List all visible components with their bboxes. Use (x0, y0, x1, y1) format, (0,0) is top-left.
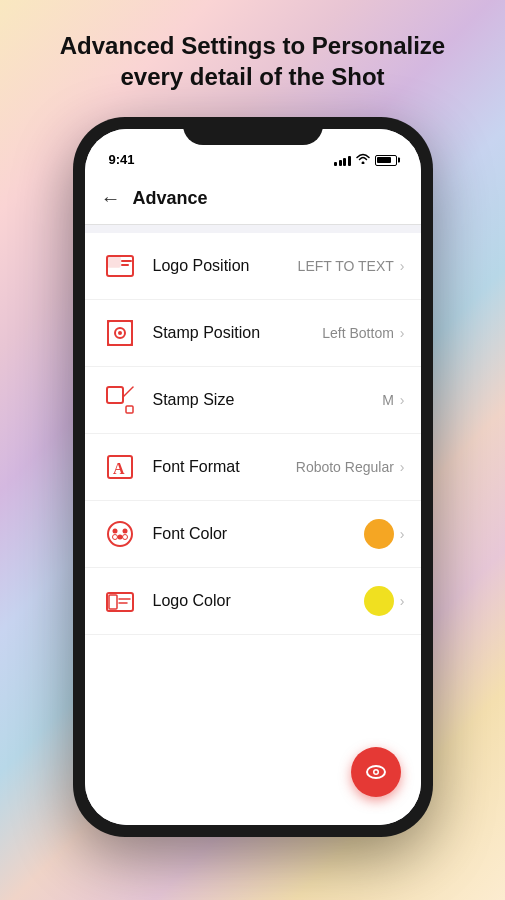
notch (183, 117, 323, 145)
svg-text:A: A (113, 460, 125, 477)
svg-point-32 (374, 771, 377, 774)
nav-title: Advance (133, 188, 208, 209)
stamp-position-value: Left Bottom (322, 325, 394, 341)
status-icons (334, 153, 397, 167)
svg-rect-15 (107, 387, 123, 403)
settings-list: Logo Position LEFT TO TEXT › (85, 233, 421, 825)
svg-point-20 (108, 522, 132, 546)
stamp-size-chevron: › (400, 392, 405, 408)
font-format-icon: A (101, 448, 139, 486)
font-format-value: Roboto Regular (296, 459, 394, 475)
svg-rect-16 (126, 406, 133, 413)
logo-color-row[interactable]: Logo Color › (85, 568, 421, 635)
stamp-size-icon (101, 381, 139, 419)
stamp-size-label: Stamp Size (153, 391, 383, 409)
svg-rect-1 (108, 257, 120, 267)
stamp-position-row[interactable]: Stamp Position Left Bottom › (85, 300, 421, 367)
logo-position-value: LEFT TO TEXT (298, 258, 394, 274)
font-color-chevron: › (400, 526, 405, 542)
font-format-label: Font Format (153, 458, 296, 476)
fab-button[interactable] (351, 747, 401, 797)
svg-point-23 (117, 535, 122, 540)
status-time: 9:41 (109, 152, 135, 167)
stamp-position-icon (101, 314, 139, 352)
signal-icon (334, 154, 351, 166)
logo-color-chevron: › (400, 593, 405, 609)
font-color-icon (101, 515, 139, 553)
nav-bar: ← Advance (85, 173, 421, 225)
stamp-position-label: Stamp Position (153, 324, 323, 342)
phone-frame: 9:41 (73, 117, 433, 837)
svg-point-25 (122, 535, 127, 540)
eye-icon (364, 760, 388, 784)
logo-color-dot (364, 586, 394, 616)
logo-position-row[interactable]: Logo Position LEFT TO TEXT › (85, 233, 421, 300)
logo-position-chevron: › (400, 258, 405, 274)
svg-line-17 (123, 387, 133, 397)
wifi-icon (356, 153, 370, 167)
font-color-dot (364, 519, 394, 549)
svg-point-6 (118, 331, 122, 335)
svg-rect-27 (109, 595, 117, 609)
phone-screen: 9:41 (85, 129, 421, 825)
font-color-row[interactable]: Font Color › (85, 501, 421, 568)
svg-point-22 (122, 529, 127, 534)
back-button[interactable]: ← (101, 187, 121, 210)
stamp-position-chevron: › (400, 325, 405, 341)
stamp-size-value: M (382, 392, 394, 408)
svg-point-24 (112, 535, 117, 540)
phone-mockup: 9:41 (73, 117, 433, 837)
battery-icon (375, 155, 397, 166)
logo-color-icon (101, 582, 139, 620)
font-color-label: Font Color (153, 525, 364, 543)
page-header: Advanced Settings to Personalize every d… (0, 0, 505, 112)
logo-color-label: Logo Color (153, 592, 364, 610)
logo-position-label: Logo Position (153, 257, 298, 275)
svg-point-21 (112, 529, 117, 534)
font-format-row[interactable]: A Font Format Roboto Regular › (85, 434, 421, 501)
logo-position-icon (101, 247, 139, 285)
stamp-size-row[interactable]: Stamp Size M › (85, 367, 421, 434)
font-format-chevron: › (400, 459, 405, 475)
